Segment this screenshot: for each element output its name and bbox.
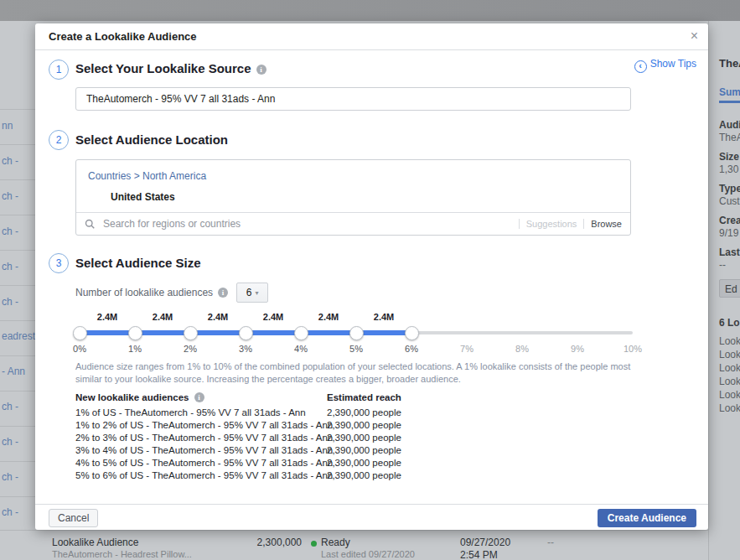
slider-tick: 4% — [284, 344, 318, 354]
slider-handle-5[interactable] — [349, 326, 364, 340]
reach-row-name: 5% to 6% of US - TheAutomerch - 95% VV 7… — [75, 470, 333, 480]
reach-row-value: 2,390,000 people — [327, 458, 401, 468]
audience-name: Lookalike Audience — [52, 537, 138, 548]
slider-handle-3[interactable] — [239, 326, 253, 340]
audience-source: TheAutomerch - Headrest Pillow... — [52, 549, 192, 559]
audience-size: 2,300,000 — [243, 537, 302, 548]
date-created: 09/27/2020 — [460, 537, 510, 548]
lookalike-source-value: TheAutomerch - 95% VV 7 all 31ads - Ann — [86, 93, 275, 105]
breadcrumb[interactable]: Countries > North America — [88, 170, 206, 182]
list-item: Look — [719, 335, 740, 347]
reach-row-name: 1% of US - TheAutomerch - 95% VV 7 all 3… — [75, 407, 306, 417]
lookalike-count-value: 6 — [246, 287, 252, 298]
lookalike-count-row: Number of lookalike audiencesi 6 ▾ — [75, 283, 268, 303]
location-search-row: Suggestions Browse — [76, 212, 630, 235]
slider-tick: 7% — [450, 344, 484, 354]
suggestions-button[interactable]: Suggestions — [526, 219, 577, 229]
dialog-footer: Cancel Create Audience — [35, 504, 708, 530]
reach-row-value: 2,390,000 people — [327, 433, 401, 443]
list-item: Look — [719, 362, 740, 374]
table-row: ch - — [2, 155, 18, 167]
table-row: eadrest — [2, 330, 35, 342]
table-row: ch - — [2, 471, 18, 483]
create-audience-button[interactable]: Create Audience — [598, 509, 696, 527]
table-row: ch - — [2, 401, 18, 412]
reach-table-col2-header: Estimated reach — [327, 392, 401, 402]
slider-tick: 8% — [505, 344, 539, 354]
show-tips-link[interactable]: ‹Show Tips — [634, 58, 696, 73]
status-detail: Last edited 09/27/2020 — [321, 549, 415, 559]
field-value: Cust — [719, 195, 740, 207]
step-1-heading-text: Select Your Lookalike Source — [75, 61, 251, 75]
list-item: Look — [719, 389, 740, 401]
search-icon — [85, 219, 95, 229]
step-3-badge: 3 — [49, 253, 69, 273]
slider-tick: 5% — [339, 344, 373, 354]
slider-tick: 0% — [63, 344, 96, 354]
page-toolbar-dimmed — [0, 0, 740, 21]
segment-size-label: 2.4M — [312, 312, 345, 322]
table-row: ch - — [2, 226, 18, 237]
status-text: Ready — [321, 537, 350, 548]
info-icon[interactable]: i — [256, 65, 267, 75]
reach-row-name: 4% to 5% of US - TheAutomerch - 95% VV 7… — [75, 458, 333, 468]
audience-size-description: Audience size ranges from 1% to 10% of t… — [75, 360, 639, 386]
divider — [519, 219, 520, 229]
slider-tick: 10% — [616, 344, 649, 354]
field-value: -- — [719, 259, 726, 271]
field-value: TheA — [719, 132, 740, 143]
reach-row-name: 1% to 2% of US - TheAutomerch - 95% VV 7… — [75, 420, 333, 430]
location-search-input[interactable] — [101, 217, 512, 231]
browse-button[interactable]: Browse — [591, 219, 622, 229]
segment-size-label: 2.4M — [201, 312, 235, 322]
lookalike-source-field[interactable]: TheAutomerch - 95% VV 7 all 31ads - Ann — [75, 87, 631, 111]
step-1-heading: Select Your Lookalike Sourcei — [75, 61, 267, 75]
table-row: ch - — [2, 190, 18, 202]
field-value: 1,30 — [719, 163, 738, 175]
availability-dash: -- — [547, 537, 554, 548]
slider-tick: 2% — [173, 344, 207, 354]
list-item: Look — [719, 376, 740, 387]
lookalike-count-label: Number of lookalike audiences — [75, 287, 213, 298]
reach-row-value: 2,390,000 people — [327, 407, 401, 417]
slider-handle-6[interactable] — [405, 326, 419, 340]
slider-handle-4[interactable] — [294, 326, 308, 340]
reach-row-value: 2,390,000 people — [327, 470, 401, 480]
field-label: Crea — [719, 215, 740, 226]
list-item: Look — [719, 402, 740, 414]
cancel-button[interactable]: Cancel — [49, 509, 98, 527]
step-3-heading: Select Audience Size — [75, 256, 201, 270]
edit-button: Ed — [719, 279, 740, 298]
table-row: - Ann — [2, 366, 25, 377]
field-value: 9/19 — [719, 227, 738, 239]
list-item: Look — [719, 349, 740, 360]
segment-size-label: 2.4M — [146, 312, 179, 322]
step-1-badge: 1 — [49, 60, 69, 80]
col1-header-text: New lookalike audiences — [75, 392, 189, 402]
table-row: ch - — [2, 296, 18, 308]
info-icon[interactable]: i — [194, 392, 204, 402]
dialog-title: Create a Lookalike Audience — [49, 23, 197, 50]
lookalike-count-dropdown[interactable]: 6 ▾ — [236, 283, 268, 303]
active-tab-underline — [719, 101, 740, 103]
segment-size-label: 2.4M — [256, 312, 290, 322]
create-lookalike-audience-dialog: Create a Lookalike Audience × 1 Select Y… — [35, 23, 708, 530]
lookalikes-list-header: 6 Lo — [719, 317, 740, 329]
field-label: Size — [719, 151, 739, 163]
dialog-header: Create a Lookalike Audience × — [35, 23, 708, 50]
tab-summary: Summ — [719, 86, 740, 98]
info-icon[interactable]: i — [218, 288, 228, 298]
slider-handle-2[interactable] — [184, 326, 198, 340]
audience-location-box: Countries > North America United States … — [75, 159, 631, 236]
close-icon[interactable]: × — [691, 29, 698, 44]
table-row: ch - — [2, 261, 18, 272]
slider-tick: 3% — [229, 344, 262, 354]
slider-handle-0[interactable] — [73, 326, 87, 340]
reach-row-name: 2% to 3% of US - TheAutomerch - 95% VV 7… — [75, 433, 333, 443]
slider-handle-1[interactable] — [128, 326, 142, 340]
step-2-heading: Select Audience Location — [75, 132, 228, 147]
table-row: ch - — [2, 506, 18, 518]
field-label: Type — [719, 183, 740, 194]
ads-manager-page: nn ch - ch - ch - ch - ch - eadrest - An… — [0, 0, 740, 560]
table-row: ch - — [2, 436, 18, 448]
